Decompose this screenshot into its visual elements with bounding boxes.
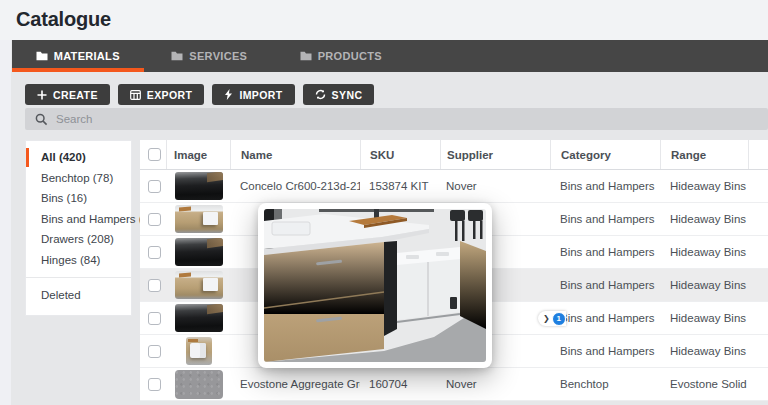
cell-category: Bins and Hampers — [550, 246, 660, 258]
cell-range: Hideaway Bins and ... — [660, 312, 748, 324]
image-preview-popup — [258, 203, 492, 368]
page-header: Catalogue — [0, 0, 768, 40]
row-checkbox[interactable] — [148, 378, 161, 391]
cell-category: Bins and Hampers — [550, 312, 660, 324]
create-button[interactable]: CREATE — [25, 84, 110, 105]
cell-name: Concelo Cr600-213d-216d-c... — [230, 180, 360, 192]
row-checkbox[interactable] — [148, 312, 161, 325]
cell-category: Bins and Hampers — [550, 180, 660, 192]
sidebar-item-deleted[interactable]: Deleted — [26, 285, 131, 306]
cell-category: Bins and Hampers — [550, 345, 660, 357]
category-sidebar: All (420) Benchtop (78) Bins (16) Bins a… — [25, 140, 132, 316]
folder-icon — [300, 51, 312, 61]
tab-label: MATERIALS — [54, 50, 120, 62]
cell-sku: 153874 KIT — [360, 180, 440, 192]
cell-range: Hideaway Bins and ... — [660, 345, 748, 357]
cell-category: Bins and Hampers — [550, 213, 660, 225]
product-thumbnail[interactable] — [175, 238, 223, 266]
cell-supplier: Nover — [440, 378, 550, 390]
table-header-row: Image Name SKU Supplier Category Range — [140, 140, 768, 170]
cell-name: Evostone Aggregate Grey 10... — [230, 378, 360, 390]
sidebar-item-drawers[interactable]: Drawers (208) — [26, 229, 131, 250]
column-header-category: Category — [550, 140, 660, 169]
product-thumbnail[interactable] — [175, 304, 223, 332]
column-header-range: Range — [660, 140, 748, 169]
product-thumbnail[interactable] — [175, 172, 223, 200]
tab-label: PRODUCTS — [318, 50, 382, 62]
tab-services[interactable]: SERVICES — [144, 40, 276, 72]
sidebar-divider — [26, 277, 131, 278]
row-checkbox[interactable] — [148, 345, 161, 358]
column-header-supplier: Supplier — [440, 140, 550, 169]
table-icon — [130, 90, 141, 100]
sidebar-item-hinges[interactable]: Hinges (84) — [26, 250, 131, 271]
row-checkbox[interactable] — [148, 180, 161, 193]
magnifier-icon — [35, 113, 48, 126]
import-button[interactable]: IMPORT — [212, 84, 294, 105]
sidebar-item-bins[interactable]: Bins (16) — [26, 188, 131, 209]
plus-icon — [37, 90, 47, 100]
tab-materials[interactable]: MATERIALS — [12, 40, 144, 72]
refresh-icon — [315, 89, 326, 100]
extension-badge: 1 — [552, 312, 566, 326]
column-header-name: Name — [230, 140, 360, 169]
cell-supplier: Nover — [440, 180, 550, 192]
password-extension-icon[interactable]: ❯ 1 — [538, 311, 566, 326]
cell-category: Bins and Hampers — [550, 279, 660, 291]
cell-range: Hideaway Bins and ... — [660, 246, 748, 258]
cell-range: Evostone Solid Surf... — [660, 378, 748, 390]
row-checkbox[interactable] — [148, 279, 161, 292]
column-header-sku: SKU — [360, 140, 440, 169]
cell-range: Hideaway Bins and ... — [660, 279, 748, 291]
search-input[interactable] — [56, 108, 768, 130]
select-all-checkbox[interactable] — [148, 148, 161, 161]
bolt-icon — [224, 89, 233, 100]
cell-range: Hideaway Bins and ... — [660, 213, 748, 225]
tab-bar: MATERIALS SERVICES PRODUCTS — [12, 40, 768, 72]
table-row[interactable]: Concelo Cr600-213d-216d-c... 153874 KIT … — [140, 170, 768, 203]
cell-range: Hideaway Bins and ... — [660, 180, 748, 192]
product-thumbnail[interactable] — [175, 271, 223, 299]
sidebar-item-bins-and-hampers[interactable]: Bins and Hampers (34) — [26, 209, 131, 230]
left-gutter — [0, 0, 11, 405]
cell-sku: 160704 — [360, 378, 440, 390]
row-checkbox[interactable] — [148, 246, 161, 259]
search-bar — [25, 108, 768, 130]
sidebar-item-benchtop[interactable]: Benchtop (78) — [26, 168, 131, 189]
row-checkbox[interactable] — [148, 213, 161, 226]
export-button[interactable]: EXPORT — [118, 84, 205, 105]
product-thumbnail[interactable] — [175, 370, 223, 399]
cell-category: Benchtop — [550, 378, 660, 390]
column-header-stub — [748, 140, 768, 169]
sync-button[interactable]: SYNC — [303, 84, 375, 105]
table-row[interactable]: Evostone Aggregate Grey 10... 160704 Nov… — [140, 368, 768, 401]
toolbar: CREATE EXPORT IMPORT SYNC — [25, 84, 374, 105]
column-header-image: Image — [166, 140, 230, 169]
tab-label: SERVICES — [189, 50, 247, 62]
kitchen-render-image — [264, 209, 486, 362]
tab-products[interactable]: PRODUCTS — [275, 40, 407, 72]
chevron-right-icon: ❯ — [543, 314, 550, 323]
folder-icon — [36, 51, 48, 61]
folder-icon — [171, 51, 183, 61]
sidebar-item-all[interactable]: All (420) — [26, 147, 131, 168]
product-thumbnail[interactable] — [175, 205, 223, 233]
page-title: Catalogue — [16, 8, 111, 31]
product-thumbnail[interactable] — [186, 337, 212, 365]
